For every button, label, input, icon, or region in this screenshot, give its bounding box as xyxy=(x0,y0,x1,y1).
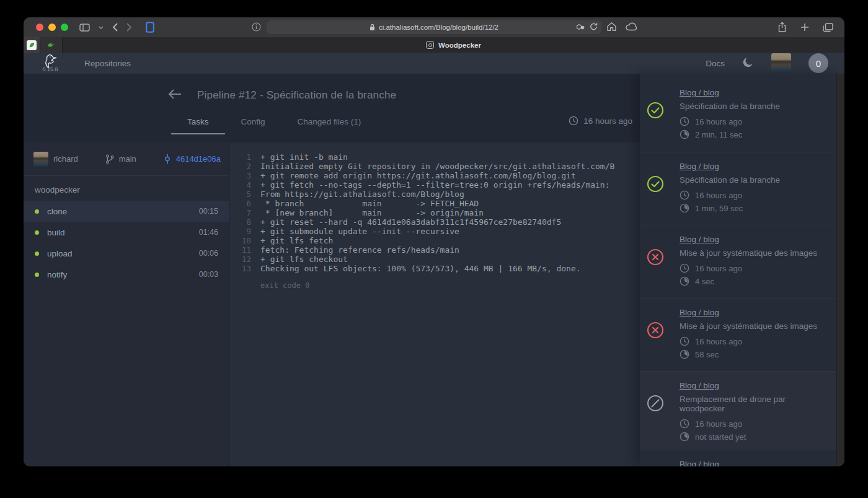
clock-icon xyxy=(569,116,578,126)
duration-icon xyxy=(680,203,689,213)
failure-x-icon xyxy=(647,248,664,266)
feed-message: Spécification de la branche xyxy=(680,102,826,111)
log-line: 1+ git init -b main xyxy=(237,152,640,162)
feed-time: 16 hours ago xyxy=(680,336,826,346)
app-header: 0.15.8 Repositories Docs 0 xyxy=(24,53,844,74)
step-status-dot-icon xyxy=(35,209,39,214)
feed-item[interactable]: Blog / blog Mise à jour systématique des… xyxy=(640,298,844,371)
feed-time: 16 hours ago xyxy=(680,190,826,200)
pinned-tab-leaf[interactable] xyxy=(24,37,40,53)
feed-item[interactable]: Blog / blog Remplacement de drone par wo… xyxy=(640,371,844,450)
build-branch[interactable]: main xyxy=(105,154,136,164)
feed-message: Spécification de la branche xyxy=(680,175,826,185)
back-button[interactable] xyxy=(112,23,118,32)
build-commit[interactable]: 4614d1e06a xyxy=(164,154,221,164)
tab-overview-icon[interactable] xyxy=(823,22,833,33)
minimize-window-button[interactable] xyxy=(48,24,56,31)
chevron-down-icon[interactable] xyxy=(99,26,104,29)
back-arrow-icon[interactable] xyxy=(167,89,182,102)
feed-repo-link[interactable]: Blog / blog xyxy=(680,88,719,97)
feed-repo-link[interactable]: Blog / blog xyxy=(680,162,719,171)
pipeline-step-build[interactable]: build 01:46 xyxy=(24,222,229,243)
clock-icon xyxy=(680,116,689,126)
active-tab[interactable]: Woodpecker xyxy=(63,37,844,53)
steps-sidebar: richard main 4614d1e06a woodpecker xyxy=(24,142,229,466)
reader-page-icon[interactable] xyxy=(146,22,154,33)
pipeline-step-clone[interactable]: clone 00:15 xyxy=(24,201,229,222)
pipeline-step-notify[interactable]: notify 00:03 xyxy=(24,264,229,285)
log-line: 3+ git remote add origin https://git.ath… xyxy=(237,171,640,180)
pipeline-step-upload[interactable]: upload 00:06 xyxy=(24,243,229,264)
feed-duration: 58 sec xyxy=(680,349,826,359)
author-avatar xyxy=(33,152,48,167)
feed-message: Mise à jour systématique des images xyxy=(680,321,826,331)
dark-mode-moon-icon[interactable] xyxy=(742,56,754,71)
log-line: 9+ git submodule update --init --recursi… xyxy=(237,227,640,236)
success-check-icon xyxy=(647,102,664,119)
feed-item[interactable]: Blog / blog Mise à jour systématique des… xyxy=(640,225,844,298)
bird-favicon xyxy=(47,42,55,48)
app-version: 0.15.8 xyxy=(42,67,58,72)
app-content: Pipeline #12 - Spécification de la branc… xyxy=(24,74,844,466)
forward-button[interactable] xyxy=(126,23,132,32)
clock-icon xyxy=(680,263,689,273)
feed-repo-link[interactable]: Blog / blog xyxy=(680,235,719,244)
feed-item[interactable]: Blog / blog Spécification de la branche … xyxy=(640,79,844,152)
step-group-label: woodpecker xyxy=(24,176,229,201)
failure-x-icon xyxy=(647,321,664,339)
address-bar[interactable]: ci.athaliasoft.com/Blog/blog/build/12/2 xyxy=(267,20,601,34)
step-status-dot-icon xyxy=(35,230,39,235)
lock-icon xyxy=(370,24,375,31)
build-author: richard xyxy=(33,152,78,167)
zoom-window-button[interactable] xyxy=(61,24,68,31)
clock-icon xyxy=(680,190,689,200)
log-pane[interactable]: 1+ git init -b main 2Initialized empty G… xyxy=(229,142,640,466)
home-icon[interactable] xyxy=(606,22,617,32)
feed-duration: 4 sec xyxy=(680,276,826,286)
close-window-button[interactable] xyxy=(36,24,43,31)
user-avatar[interactable] xyxy=(771,53,791,73)
feed-item[interactable]: Blog / blog Spécification de la branche … xyxy=(640,152,844,225)
woodpecker-logo[interactable]: 0.15.8 xyxy=(36,54,64,72)
duration-icon xyxy=(680,349,689,359)
feed-repo-link[interactable]: Blog / blog xyxy=(680,460,719,466)
pipeline-tabs: TasksConfigChanged files (1) 16 hours ag… xyxy=(24,112,640,134)
feed-repo-link[interactable]: Blog / blog xyxy=(680,308,719,317)
feed-item[interactable]: Blog / blog Remplacement de drone par wo… xyxy=(640,450,844,466)
log-line: 13Checking out LFS objects: 100% (573/57… xyxy=(237,264,640,273)
notification-badge[interactable]: 0 xyxy=(808,53,828,73)
log-line: 2Initialized empty Git repository in /wo… xyxy=(237,162,640,171)
pipeline-feed: Blog / blog Spécification de la branche … xyxy=(640,74,844,466)
feed-duration: 1 min, 59 sec xyxy=(680,203,826,213)
share-icon[interactable] xyxy=(777,22,787,33)
tab-config[interactable]: Config xyxy=(225,112,281,134)
pipeline-title: Pipeline #12 - Spécification de la branc… xyxy=(197,89,396,102)
sidebar-toggle-icon[interactable] xyxy=(79,24,90,32)
step-status-dot-icon xyxy=(35,251,39,256)
new-tab-icon[interactable] xyxy=(800,22,809,33)
commit-icon xyxy=(164,154,171,164)
clock-icon xyxy=(680,336,689,346)
browser-toolbar: ci.athaliasoft.com/Blog/blog/build/12/2 xyxy=(24,17,844,37)
reload-icon[interactable] xyxy=(590,22,598,31)
nav-repositories[interactable]: Repositories xyxy=(84,59,131,68)
browser-window: ci.athaliasoft.com/Blog/blog/build/12/2 xyxy=(24,17,844,466)
tab-tasks[interactable]: Tasks xyxy=(171,112,225,134)
log-line: 8+ git reset --hard -q 4614d1e06a3dabf31… xyxy=(237,217,640,227)
tab-title: Woodpecker xyxy=(438,42,481,49)
pinned-tab-bird[interactable] xyxy=(40,37,63,53)
tab-changed-files-1-[interactable]: Changed files (1) xyxy=(281,112,378,134)
feed-repo-link[interactable]: Blog / blog xyxy=(680,381,719,390)
duration-icon xyxy=(680,432,689,442)
nav-docs[interactable]: Docs xyxy=(706,59,725,68)
privacy-badge-icon[interactable] xyxy=(576,24,586,30)
log-line: 10+ git lfs fetch xyxy=(237,236,640,245)
branch-icon xyxy=(105,154,114,164)
clock-icon xyxy=(680,419,689,429)
feed-time: 16 hours ago xyxy=(680,116,826,126)
success-check-icon xyxy=(647,175,664,193)
build-info-row: richard main 4614d1e06a xyxy=(24,142,229,176)
feed-scrollbar[interactable] xyxy=(836,74,844,466)
page-info-icon[interactable] xyxy=(252,22,261,32)
cloud-tabs-icon[interactable] xyxy=(626,22,638,32)
